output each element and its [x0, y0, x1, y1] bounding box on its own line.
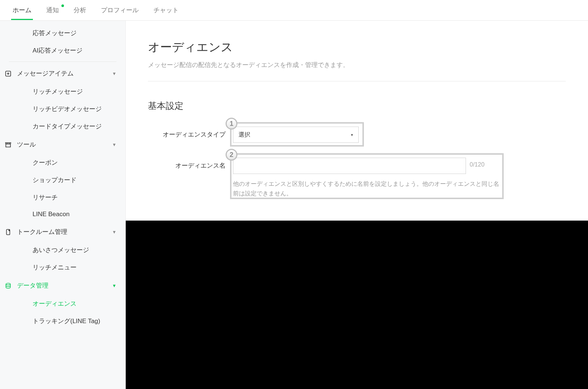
svg-point-7 — [6, 283, 10, 285]
sidebar-item-greeting-message[interactable]: あいさつメッセージ — [0, 241, 125, 259]
sidebar-item-card-type-message[interactable]: カードタイプメッセージ — [0, 118, 125, 135]
chevron-down-icon: ▼ — [112, 283, 116, 288]
divider — [148, 81, 566, 81]
chevron-down-icon: ▼ — [112, 142, 116, 147]
main-content: オーディエンス メッセージ配信の配信先となるオーディエンスを作成・管理できます。… — [126, 21, 588, 221]
tab-analytics[interactable]: 分析 — [72, 1, 88, 20]
chevron-down-icon: ▼ — [112, 71, 116, 76]
page-description: メッセージ配信の配信先となるオーディエンスを作成・管理できます。 — [148, 61, 566, 69]
select-placeholder: 選択 — [239, 131, 250, 139]
tab-profile[interactable]: プロフィール — [99, 1, 140, 20]
audience-name-input[interactable] — [239, 158, 460, 174]
sidebar-item-rich-menu[interactable]: リッチメニュー — [0, 259, 125, 276]
label-audience-type: オーディエンスタイプ — [148, 127, 233, 139]
divider — [9, 61, 116, 62]
sidebar-item-reply-message[interactable]: 応答メッセージ — [0, 24, 125, 42]
audience-name-help: 他のオーディエンスと区別しやすくするために名前を設定しましょう。他のオーディエン… — [233, 179, 499, 198]
sidebar-item-research[interactable]: リサーチ — [0, 189, 125, 206]
sidebar-group-data-management[interactable]: データ管理 ▼ — [0, 276, 125, 295]
chevron-down-icon: ▼ — [112, 229, 116, 235]
tab-notifications[interactable]: 通知 — [45, 1, 60, 20]
annotation-badge-1: 1 — [226, 118, 237, 130]
sidebar-item-rich-message[interactable]: リッチメッセージ — [0, 83, 125, 100]
plus-square-icon — [4, 70, 12, 77]
sidebar-item-rich-video-message[interactable]: リッチビデオメッセージ — [0, 100, 125, 118]
char-counter: 0/120 — [470, 158, 484, 168]
section-title-basic-settings: 基本設定 — [148, 100, 566, 112]
tab-chat[interactable]: チャット — [152, 1, 180, 20]
phone-device-icon — [4, 228, 12, 236]
tab-notifications-label: 通知 — [46, 7, 59, 14]
audience-type-select[interactable]: 選択 ▾ — [233, 127, 359, 143]
obscured-region — [126, 221, 588, 389]
sidebar-group-label: データ管理 — [17, 281, 48, 290]
sidebar-item-audience[interactable]: オーディエンス — [0, 295, 125, 312]
sidebar-group-label: トークルーム管理 — [17, 228, 67, 236]
notification-dot-icon — [61, 4, 64, 7]
sidebar-group-message-item[interactable]: メッセージアイテム ▼ — [0, 64, 125, 83]
storefront-icon — [4, 141, 12, 148]
sidebar-item-line-beacon[interactable]: LINE Beacon — [0, 206, 125, 222]
sidebar-group-talkroom[interactable]: トークルーム管理 ▼ — [0, 222, 125, 241]
label-audience-name: オーディエンス名 — [148, 158, 233, 170]
annotation-badge-2: 2 — [226, 149, 237, 161]
sidebar-item-ai-reply-message[interactable]: AI応答メッセージ — [0, 42, 125, 59]
page-title: オーディエンス — [148, 39, 566, 56]
top-tabs: ホーム 通知 分析 プロフィール チャット — [0, 0, 588, 21]
sidebar-group-label: ツール — [17, 140, 36, 149]
audience-name-input-box — [233, 158, 466, 174]
sidebar-item-tracking[interactable]: トラッキング(LINE Tag) — [0, 312, 125, 330]
svg-point-6 — [9, 230, 10, 231]
form-row-audience-type: オーディエンスタイプ 1 選択 ▾ — [148, 127, 566, 143]
tab-home[interactable]: ホーム — [11, 1, 33, 20]
database-icon — [4, 282, 12, 289]
sidebar-group-tools[interactable]: ツール ▼ — [0, 135, 125, 154]
sidebar-item-shop-card[interactable]: ショップカード — [0, 171, 125, 189]
sidebar-item-coupon[interactable]: クーポン — [0, 154, 125, 171]
chevron-down-icon: ▾ — [351, 133, 353, 137]
sidebar: 応答メッセージ AI応答メッセージ メッセージアイテム ▼ リッチメッセージ リ… — [0, 21, 126, 389]
form-row-audience-name: オーディエンス名 2 0/120 他のオーディエンスと区別しやすくするために名前… — [148, 158, 566, 198]
sidebar-group-label: メッセージアイテム — [17, 69, 74, 78]
